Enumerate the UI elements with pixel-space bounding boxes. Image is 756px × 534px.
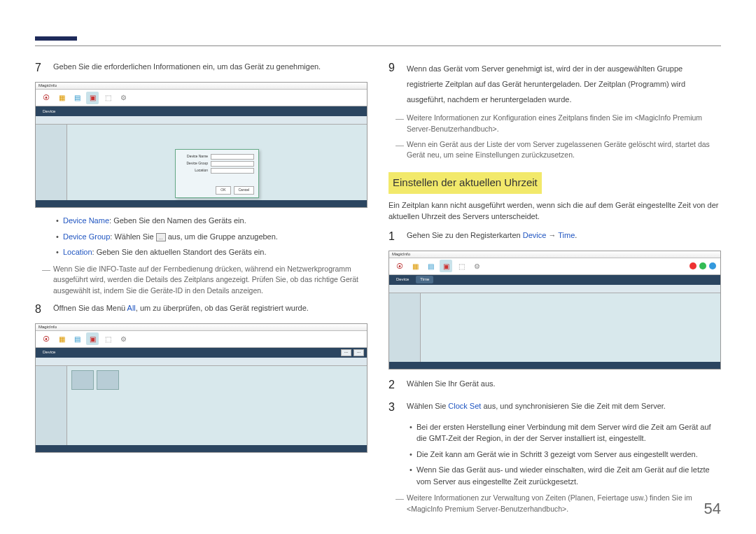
figure-footer (389, 362, 720, 369)
nav-icon: ⚙ (117, 92, 130, 104)
step-text: Geben Sie die erforderlichen Information… (53, 59, 368, 76)
list-item: Bei der ersten Herstellung einer Verbind… (410, 421, 721, 444)
text: aus, und synchronisieren Sie die Zeit mi… (481, 402, 666, 410)
nav-icon: ▤ (71, 332, 83, 345)
device-thumbnail (71, 370, 94, 390)
list-item: Location: Geben Sie den aktuellen Stando… (56, 246, 368, 258)
figure-main-area (67, 366, 367, 445)
dialog-input (211, 168, 254, 174)
nav-icon: ⬚ (102, 332, 114, 345)
figure-tab-strip: Device ⋯⋯ (36, 348, 367, 358)
nav-icon: ⦿ (393, 260, 406, 272)
nav-icon: ▣ (86, 92, 99, 104)
dialog-cancel-button: Cancel (234, 186, 255, 195)
text: Wählen Sie (407, 402, 448, 410)
figure-tab-strip: Device Time (389, 275, 720, 285)
step-7: 7 Geben Sie die erforderlichen Informati… (35, 59, 368, 76)
field-description-list: Device Name: Geben Sie den Namen des Ger… (35, 215, 368, 258)
keyword: Clock Set (448, 402, 481, 410)
figure-main-area: Device Name Device Group Location OK Can… (67, 125, 367, 200)
section-heading: Einstellen der aktuellen Uhrzeit (388, 172, 542, 194)
dialog-label: Device Group (180, 161, 208, 167)
step-text: Wenn das Gerät vom Server genehmigt ist,… (407, 59, 721, 107)
keyword: Device (523, 231, 547, 239)
text: , um zu überprüfen, ob das Gerät registr… (136, 304, 309, 312)
list-text: : Wählen Sie (110, 232, 155, 241)
list-text: : Geben Sie den Namen des Geräts ein. (109, 216, 246, 225)
step-number: 8 (35, 301, 43, 318)
note: Weitere Informationen zur Verwaltung von… (388, 493, 721, 515)
step-text: Wählen Sie Ihr Gerät aus. (407, 377, 721, 393)
step-number: 9 (388, 59, 397, 107)
figure-approve-device: MagicInfo ⦿ ▦ ▤ ▣ ⬚ ⚙ Device (35, 82, 368, 208)
keyword: Device Group (63, 232, 110, 241)
figure-all-menu: MagicInfo ⦿ ▦ ▤ ▣ ⬚ ⚙ Device ⋯⋯ (35, 323, 368, 453)
keyword: Time (558, 231, 575, 239)
figure-titlebar: MagicInfo (36, 83, 367, 90)
dialog-input (211, 154, 254, 160)
keyword: Location (63, 248, 92, 256)
figure-titlebar: MagicInfo (389, 251, 720, 258)
mini-button: ⋯ (341, 349, 351, 356)
figure-footer (36, 200, 367, 207)
status-icon (709, 262, 716, 269)
nav-icon: ⦿ (40, 332, 52, 345)
step-number: 1 (388, 228, 397, 245)
note: Wenn ein Gerät aus der Liste der vom Ser… (388, 139, 721, 162)
nav-icon: ▤ (424, 260, 437, 272)
step-9: 9 Wenn das Gerät vom Server genehmigt is… (388, 59, 721, 107)
section-intro: Ein Zeitplan kann nicht ausgeführt werde… (388, 199, 721, 223)
nav-icon: ⬚ (102, 92, 114, 104)
nav-icon: ⚙ (470, 260, 483, 272)
text: Gehen Sie zu den Registerkarten (407, 231, 523, 239)
dialog-ok-button: OK (216, 186, 230, 195)
step-text: Wählen Sie Clock Set aus, und synchronis… (407, 399, 721, 416)
figure-sidebar (389, 293, 421, 362)
figure-iconbar: ⦿ ▦ ▤ ▣ ⬚ ⚙ (36, 90, 367, 106)
step-text: Gehen Sie zu den Registerkarten Device →… (407, 228, 721, 245)
list-item: Wenn Sie das Gerät aus- und wieder einsc… (410, 464, 721, 487)
select-icon: ... (156, 233, 166, 241)
dialog-label: Device Name (180, 154, 208, 160)
left-column: 7 Geben Sie die erforderlichen Informati… (35, 59, 368, 519)
nav-icon: ▣ (86, 332, 99, 345)
figure-sidebar (36, 125, 67, 200)
approve-dialog: Device Name Device Group Location OK Can… (175, 149, 259, 198)
text: . (575, 231, 577, 239)
note: Wenn Sie die INFO-Taste auf der Fernbedi… (35, 264, 368, 297)
figure-tab-active: Time (416, 276, 433, 283)
figure-tab: Device (38, 108, 59, 115)
status-icon (690, 262, 696, 269)
chapter-bar (35, 36, 77, 41)
step-number: 7 (35, 59, 43, 76)
step-number: 3 (388, 399, 397, 416)
text: Öffnen Sie das Menü (53, 304, 127, 312)
nav-icon: ⦿ (40, 92, 52, 104)
device-thumbnail (97, 370, 119, 390)
dialog-input (211, 161, 254, 167)
figure-sidebar (36, 366, 67, 445)
figure-tab-strip: Device (36, 106, 367, 116)
header-rule (35, 45, 721, 46)
nav-icon: ▦ (409, 260, 421, 272)
nav-icon: ▣ (440, 260, 452, 272)
mini-button: ⋯ (354, 349, 364, 356)
clock-notes-list: Bei der ersten Herstellung einer Verbind… (388, 421, 721, 488)
figure-titlebar: MagicInfo (36, 324, 367, 331)
step-3: 3 Wählen Sie Clock Set aus, und synchron… (388, 399, 721, 416)
list-item: Device Group: Wählen Sie ... aus, um die… (56, 231, 368, 243)
dialog-label: Location (180, 168, 208, 174)
figure-tab: Device (38, 349, 59, 356)
right-column: 9 Wenn das Gerät vom Server genehmigt is… (388, 59, 721, 519)
step-1: 1 Gehen Sie zu den Registerkarten Device… (388, 228, 721, 245)
note: Weitere Informationen zur Konfiguration … (388, 113, 721, 135)
figure-subbar (36, 358, 367, 366)
figure-iconbar: ⦿ ▦ ▤ ▣ ⬚ ⚙ (36, 331, 367, 348)
figure-tab: Device (392, 276, 413, 283)
keyword: Device Name (63, 216, 109, 225)
figure-main-area (421, 293, 720, 362)
list-item: Die Zeit kann am Gerät wie in Schritt 3 … (410, 449, 721, 461)
nav-icon: ▦ (55, 92, 68, 104)
step-8: 8 Öffnen Sie das Menü All, um zu überprü… (35, 301, 368, 318)
list-text: aus, um die Gruppe anzugeben. (166, 232, 278, 241)
